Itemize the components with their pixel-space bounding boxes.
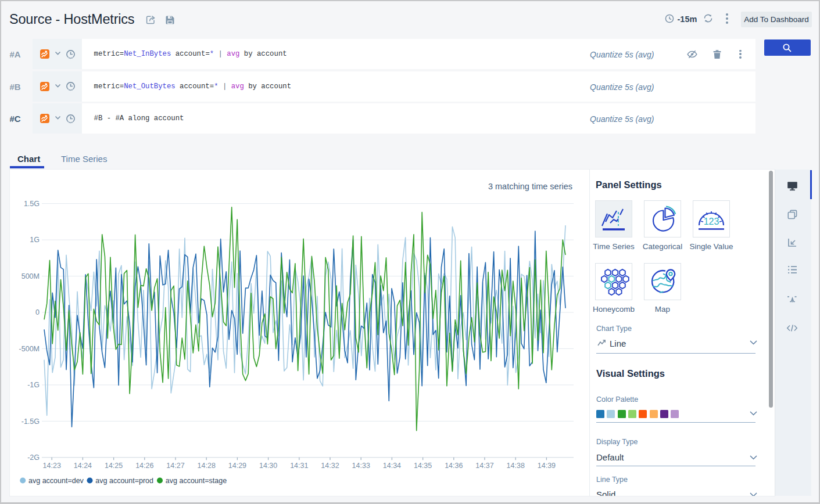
svg-text:14:36: 14:36 <box>445 462 463 470</box>
svg-text:14:35: 14:35 <box>414 462 432 470</box>
svg-text:14:31: 14:31 <box>290 462 308 470</box>
svg-text:-1G: -1G <box>27 381 40 389</box>
svg-text:14:24: 14:24 <box>74 462 92 470</box>
svg-text:14:34: 14:34 <box>383 462 401 470</box>
svg-text:avg account=stage: avg account=stage <box>166 477 227 485</box>
svg-text:1.5G: 1.5G <box>24 200 40 208</box>
svg-text:-1.5G: -1.5G <box>22 417 40 426</box>
svg-text:1G: 1G <box>30 236 40 244</box>
svg-text:avg account=prod: avg account=prod <box>95 477 153 485</box>
svg-text:14:38: 14:38 <box>507 462 525 470</box>
svg-text:avg account=dev: avg account=dev <box>28 477 84 485</box>
svg-text:0: 0 <box>35 308 40 316</box>
svg-text:-2G: -2G <box>27 453 40 462</box>
svg-text:-500M: -500M <box>19 345 40 353</box>
svg-text:14:28: 14:28 <box>198 462 216 470</box>
svg-text:14:33: 14:33 <box>352 462 370 470</box>
svg-text:14:26: 14:26 <box>135 462 153 470</box>
svg-text:14:27: 14:27 <box>166 462 184 470</box>
svg-text:14:39: 14:39 <box>538 462 556 470</box>
svg-text:123: 123 <box>704 217 719 226</box>
svg-text:14:32: 14:32 <box>321 462 339 470</box>
svg-text:14:23: 14:23 <box>43 462 61 470</box>
svg-text:14:29: 14:29 <box>228 462 246 470</box>
svg-text:14:30: 14:30 <box>259 462 277 470</box>
svg-text:500M: 500M <box>22 272 40 280</box>
svg-text:14:37: 14:37 <box>475 462 493 470</box>
svg-text:14:25: 14:25 <box>105 462 123 470</box>
svg-text:3 matching time series: 3 matching time series <box>488 182 572 191</box>
